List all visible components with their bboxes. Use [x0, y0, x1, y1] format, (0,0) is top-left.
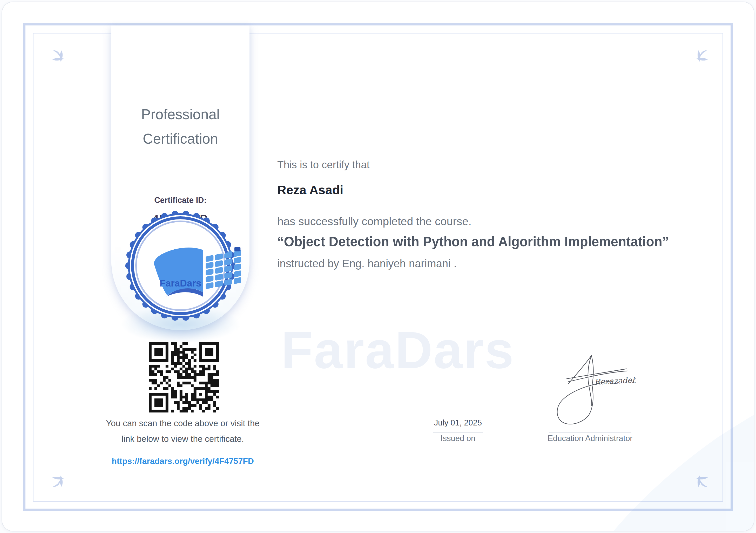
qr-caption-line2: link below to view the certificate. — [92, 431, 274, 447]
completion-text: has successfully completed the course. — [277, 215, 472, 228]
corner-flourish-icon — [693, 472, 709, 488]
corner-flourish-icon — [51, 472, 68, 488]
certificate-id-label: Certificate ID: — [111, 196, 250, 205]
signer-title-label: Education Administrator — [541, 434, 639, 443]
certificate-card: FaraDars Professional Certification Cert… — [2, 2, 754, 531]
badge-brand-name: FaraDars — [160, 278, 201, 289]
certificate-type-heading: Professional Certification — [111, 102, 250, 151]
qr-caption: You can scan the code above or visit the… — [92, 416, 274, 447]
qr-caption-line1: You can scan the code above or visit the — [92, 416, 274, 431]
instructor-text: instructed by Eng. haniyeh narimani . — [277, 257, 457, 270]
course-title: “Object Detection with Python and Algori… — [277, 234, 669, 249]
brand-watermark-text: FaraDars — [281, 320, 515, 380]
faradars-seal-badge: FaraDars — [120, 206, 241, 326]
administrator-signature: Rezazadeh — [553, 353, 635, 428]
qr-code — [149, 342, 219, 412]
certify-intro-text: This is to certify that — [277, 159, 370, 171]
issued-on-label: Issued on — [406, 434, 510, 443]
recipient-name: Reza Asadi — [277, 183, 343, 197]
signature-name: Rezazadeh — [594, 375, 635, 386]
signature-rule — [549, 432, 632, 433]
corner-flourish-icon — [693, 49, 709, 66]
issue-date: July 01, 2025 — [406, 418, 510, 428]
verify-link[interactable]: https://faradars.org/verify/4F4757FD — [92, 456, 274, 466]
issue-date-rule — [433, 432, 483, 433]
corner-flourish-icon — [51, 49, 68, 66]
